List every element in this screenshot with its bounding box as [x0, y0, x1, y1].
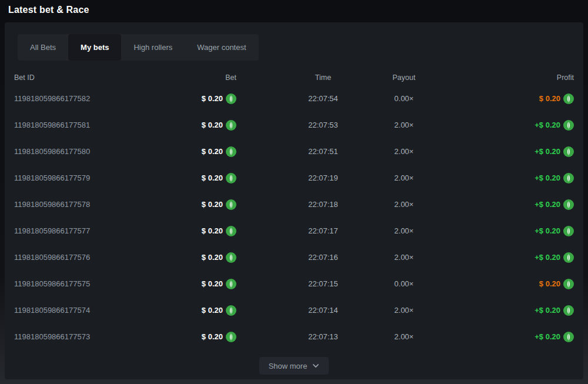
bet-amount-value: $ 0.20 — [202, 279, 223, 288]
bet-amount-value: $ 0.20 — [202, 226, 223, 235]
bet-id: 119818059866177576 — [14, 253, 161, 262]
bet-amount-value: $ 0.20 — [202, 94, 223, 103]
bet-profit: +$ 0.20 — [463, 199, 574, 210]
bet-amount-value: $ 0.20 — [202, 306, 223, 315]
bet-amount-value: $ 0.20 — [202, 253, 223, 262]
table-row[interactable]: 119818059866177577 $ 0.20 22:07:17 2.00×… — [14, 218, 574, 244]
bet-amount: $ 0.20 — [161, 199, 236, 210]
green-coin-icon — [563, 94, 574, 104]
bet-profit: +$ 0.20 — [463, 120, 574, 131]
bet-amount: $ 0.20 — [161, 94, 236, 104]
bet-profit: $ 0.20 — [463, 94, 574, 104]
column-header-time: Time — [236, 74, 386, 82]
column-header-bet-id: Bet ID — [14, 74, 161, 82]
bet-payout: 2.00× — [386, 200, 463, 209]
bet-profit: +$ 0.20 — [463, 305, 574, 316]
bet-amount-value: $ 0.20 — [202, 121, 223, 129]
bet-id: 119818059866177574 — [14, 306, 161, 315]
green-coin-icon — [563, 120, 574, 131]
bet-id: 119818059866177577 — [14, 226, 161, 235]
bet-time: 22:07:14 — [236, 306, 386, 315]
table-row[interactable]: 119818059866177574 $ 0.20 22:07:14 2.00×… — [14, 297, 574, 323]
table-row[interactable]: 119818059866177581 $ 0.20 22:07:53 2.00×… — [14, 112, 574, 138]
bet-profit: +$ 0.20 — [463, 173, 574, 183]
bet-profit: +$ 0.20 — [463, 332, 574, 342]
bet-profit-value: +$ 0.20 — [534, 200, 560, 209]
bet-id: 119818059866177579 — [14, 173, 161, 182]
bet-profit-value: +$ 0.20 — [534, 173, 560, 182]
table-row[interactable]: 119818059866177579 $ 0.20 22:07:19 2.00×… — [14, 165, 574, 191]
bet-amount: $ 0.20 — [161, 146, 236, 157]
bet-time: 22:07:15 — [236, 279, 386, 288]
table-row[interactable]: 119818059866177573 $ 0.20 22:07:13 2.00×… — [14, 323, 574, 350]
bet-profit-value: +$ 0.20 — [534, 306, 560, 315]
bet-profit-value: +$ 0.20 — [534, 253, 560, 262]
bet-payout: 2.00× — [386, 306, 463, 315]
bet-payout: 2.00× — [386, 226, 463, 235]
green-coin-icon — [563, 226, 574, 236]
bet-amount: $ 0.20 — [161, 332, 236, 342]
bet-profit: +$ 0.20 — [463, 226, 574, 236]
green-coin-icon — [563, 252, 574, 263]
green-coin-icon — [226, 226, 236, 236]
show-more-label: Show more — [269, 362, 308, 370]
bet-amount-value: $ 0.20 — [202, 332, 223, 341]
table-row[interactable]: 119818059866177578 $ 0.20 22:07:18 2.00×… — [14, 191, 574, 218]
table-row[interactable]: 119818059866177576 $ 0.20 22:07:16 2.00×… — [14, 244, 574, 271]
bet-time: 22:07:18 — [236, 200, 386, 209]
tab-high-rollers[interactable]: High rollers — [121, 34, 185, 61]
green-coin-icon — [563, 279, 574, 289]
bet-profit-value: $ 0.20 — [539, 94, 560, 103]
bet-tabs: All Bets My bets High rollers Wager cont… — [18, 34, 259, 61]
green-coin-icon — [226, 332, 236, 342]
bet-time: 22:07:54 — [236, 94, 386, 103]
tab-label: Wager contest — [197, 43, 246, 52]
green-coin-icon — [563, 173, 574, 183]
bet-id: 119818059866177575 — [14, 279, 161, 288]
table-row[interactable]: 119818059866177575 $ 0.20 22:07:15 0.00×… — [14, 271, 574, 297]
bet-profit: +$ 0.20 — [463, 146, 574, 157]
bet-time: 22:07:19 — [236, 173, 386, 182]
green-coin-icon — [226, 120, 236, 131]
chevron-down-icon — [312, 362, 319, 369]
bet-id: 119818059866177580 — [14, 147, 161, 156]
bet-amount: $ 0.20 — [161, 305, 236, 316]
table-body: 119818059866177582 $ 0.20 22:07:54 0.00×… — [14, 85, 574, 350]
bet-payout: 0.00× — [386, 279, 463, 288]
green-coin-icon — [226, 305, 236, 316]
section-header: Latest bet & Race — [0, 0, 588, 22]
table-row[interactable]: 119818059866177580 $ 0.20 22:07:51 2.00×… — [14, 138, 574, 165]
bet-profit-value: $ 0.20 — [539, 279, 560, 288]
tab-wager-contest[interactable]: Wager contest — [185, 34, 258, 61]
bet-payout: 2.00× — [386, 121, 463, 129]
table-row[interactable]: 119818059866177582 $ 0.20 22:07:54 0.00×… — [14, 85, 574, 112]
bet-profit-value: +$ 0.20 — [534, 121, 560, 129]
green-coin-icon — [563, 305, 574, 316]
bet-time: 22:07:13 — [236, 332, 386, 341]
green-coin-icon — [226, 252, 236, 263]
bet-id: 119818059866177582 — [14, 94, 161, 103]
green-coin-icon — [226, 279, 236, 289]
bet-time: 22:07:17 — [236, 226, 386, 235]
bets-panel: All Bets My bets High rollers Wager cont… — [5, 22, 583, 379]
show-more-button[interactable]: Show more — [259, 357, 329, 375]
bet-payout: 2.00× — [386, 332, 463, 341]
tab-all-bets[interactable]: All Bets — [18, 34, 68, 61]
tab-my-bets[interactable]: My bets — [68, 34, 121, 61]
bet-profit-value: +$ 0.20 — [534, 332, 560, 341]
bet-profit: $ 0.20 — [463, 279, 574, 289]
bet-payout: 2.00× — [386, 253, 463, 262]
bet-profit-value: +$ 0.20 — [534, 147, 560, 156]
bet-payout: 0.00× — [386, 94, 463, 103]
bet-amount: $ 0.20 — [161, 120, 236, 131]
bet-id: 119818059866177578 — [14, 200, 161, 209]
column-header-profit: Profit — [463, 74, 574, 82]
bet-profit: +$ 0.20 — [463, 252, 574, 263]
bet-id: 119818059866177573 — [14, 332, 161, 341]
bet-amount: $ 0.20 — [161, 252, 236, 263]
bet-time: 22:07:51 — [236, 147, 386, 156]
bet-payout: 2.00× — [386, 173, 463, 182]
bet-time: 22:07:53 — [236, 121, 386, 129]
column-header-bet: Bet — [161, 74, 236, 82]
bet-amount-value: $ 0.20 — [202, 147, 223, 156]
